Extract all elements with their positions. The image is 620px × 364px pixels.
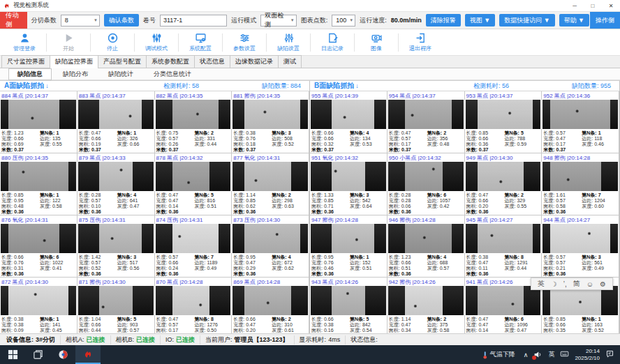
defect-cell[interactable]: 883 黑点 |20:14:37长度:0.47宽度:0.66面积:0.19米数:… [78, 91, 155, 153]
defect-image[interactable] [466, 286, 541, 315]
defect-cell[interactable]: 945 黑点 |20:14:27长度:0.38宽度:0.47面积:0.11米数:… [465, 215, 542, 278]
sub-tab-4[interactable]: 分类信息统计 [145, 68, 200, 80]
defect-image[interactable] [1, 286, 76, 315]
defect-image[interactable] [232, 162, 308, 191]
defect-cell[interactable]: 874 压伤 |20:14:31长度:0.57宽度:0.66面积:0.24米数:… [155, 215, 232, 278]
main-tab-4[interactable]: 系统参数配置 [146, 55, 195, 68]
data-quick-access-button[interactable]: 数据快捷访问 ▼ [499, 14, 554, 26]
defect-cell[interactable]: 871 擦伤 |20:14:30长度:1.04宽度:0.66面积:0.44米数:… [78, 278, 155, 333]
maximize-button[interactable]: □ [584, 1, 602, 11]
defect-image[interactable] [78, 224, 154, 253]
defect-settings-button[interactable]: 缺陷设置 [270, 30, 307, 55]
sub-tab-1[interactable]: 缺陷信息 [8, 68, 52, 80]
defect-cell[interactable]: 875 压伤 |20:14:31长度:1.42宽度:0.57面积:0.52米数:… [78, 215, 155, 278]
defect-cell[interactable]: 944 黑点 |20:14:27长度:0.57宽度:0.57面积:0.21米数:… [542, 215, 619, 278]
touch-keyboard-icon[interactable] [560, 349, 569, 360]
defect-cell[interactable]: 869 黑点 |20:14:28长度:0.66宽度:0.47面积:0.20米数:… [232, 278, 309, 333]
defect-image[interactable] [232, 286, 308, 315]
defect-image[interactable] [1, 100, 76, 129]
ime-punctuation-toggle[interactable]: ’, [563, 280, 567, 288]
defect-cell[interactable]: 942 擦伤 |20:14:26长度:1.14宽度:0.47面积:0.34米数:… [388, 278, 465, 333]
main-tab-7[interactable]: 测试 [278, 55, 302, 68]
defect-image[interactable] [311, 162, 386, 191]
clock[interactable]: 20:14 2025/2/10 [575, 348, 600, 361]
defect-image[interactable] [542, 224, 618, 253]
sub-tab-2[interactable]: 缺陷分布 [54, 68, 97, 80]
ime-mode-indicator[interactable]: 英 [548, 350, 554, 359]
task-view-button[interactable] [25, 345, 50, 364]
run-mode-select[interactable]: 双面检测 ▼ [260, 15, 296, 26]
defect-image[interactable] [156, 162, 231, 191]
defect-image[interactable] [232, 224, 308, 253]
defect-cell[interactable]: 881 擦伤 |20:14:35长度:0.38宽度:0.76面积:0.18米数:… [232, 91, 309, 153]
ime-emoji-icon[interactable]: ☺ [586, 280, 593, 288]
main-tab-2[interactable]: 缺陷监控界面 [50, 55, 98, 68]
defect-image[interactable] [311, 286, 386, 315]
stop-button[interactable]: 停止 [94, 30, 131, 55]
defect-image[interactable] [1, 162, 76, 191]
main-tab-6[interactable]: 边缘数据记录 [230, 55, 279, 68]
defect-image[interactable] [311, 224, 386, 253]
chart-points-select[interactable]: 100 ▼ [332, 15, 355, 26]
image-button[interactable]: 图像 [357, 30, 395, 55]
close-button[interactable]: ✕ [602, 1, 620, 11]
confirm-strip-count-button[interactable]: 确认条数 [104, 14, 139, 26]
defect-image[interactable] [78, 286, 154, 315]
defect-cell[interactable]: 876 氧化 |20:14:31长度:0.66宽度:0.76面积:0.31米数:… [0, 215, 78, 278]
defect-cell[interactable]: 884 黑点 |20:14:37长度:1.23宽度:0.66面积:0.69米数:… [0, 91, 78, 153]
sub-tab-3[interactable]: 缺陷统计 [99, 68, 142, 80]
defect-cell[interactable]: 952 黑点 |20:14:36长度:0.57宽度:0.47面积:0.17米数:… [542, 91, 619, 153]
sort-desc-icon[interactable]: ↓ [45, 82, 49, 89]
defect-image[interactable] [78, 100, 154, 129]
defect-image[interactable] [156, 224, 231, 253]
defect-image[interactable] [1, 224, 76, 253]
ime-simplified-toggle[interactable]: 简 [573, 279, 580, 289]
operator-side-button[interactable]: 操作侧 [590, 12, 620, 29]
sort-desc-icon[interactable]: ↓ [355, 82, 359, 89]
drive-side-badge[interactable]: 传动侧 [0, 12, 27, 29]
ime-settings-gear-icon[interactable]: ⚙ [600, 280, 606, 288]
defect-cell[interactable]: 873 压伤 |20:14:30长度:0.95宽度:0.47面积:0.29米数:… [232, 215, 309, 278]
admin-login-button[interactable]: 管理登录 [6, 30, 43, 55]
defect-image[interactable] [78, 162, 154, 191]
defect-image[interactable] [388, 224, 464, 253]
defect-image[interactable] [388, 100, 464, 129]
defect-image[interactable] [388, 286, 464, 315]
defect-cell[interactable]: 951 氧化 |20:14:32长度:1.33宽度:0.85面积:0.71米数:… [310, 153, 388, 215]
log-record-button[interactable]: 日志记录 [313, 30, 351, 55]
defect-image[interactable] [232, 100, 308, 129]
defect-cell[interactable]: 955 黑点 |20:14:39长度:0.66宽度:0.66面积:0.32米数:… [310, 91, 388, 153]
start-button[interactable] [0, 345, 25, 364]
defect-cell[interactable]: 946 擦伤 |20:14:28长度:1.23宽度:0.66面积:0.51米数:… [388, 215, 465, 278]
view-menu-button[interactable]: 视图 ▼ [465, 14, 495, 26]
defect-image[interactable] [311, 100, 386, 129]
param-settings-button[interactable]: 参数设置 [226, 30, 263, 55]
clear-alarm-button[interactable]: 清除报警 [426, 14, 461, 26]
defect-image[interactable] [542, 286, 618, 315]
defect-cell[interactable]: 947 擦伤 |20:14:28长度:0.95宽度:0.76面积:0.46米数:… [310, 215, 388, 278]
strip-count-select[interactable]: 8 ▼ [61, 15, 100, 26]
defect-cell[interactable]: 954 黑点 |20:14:37长度:0.47宽度:0.57面积:0.17米数:… [388, 91, 465, 153]
defect-image[interactable] [466, 162, 541, 191]
weather-tray-item[interactable]: 气温下降 [479, 350, 518, 360]
defect-image[interactable] [156, 286, 231, 315]
help-menu-button[interactable]: 帮助 ▼ [559, 14, 589, 26]
defect-cell[interactable]: 880 压伤 |20:14:35长度:0.85宽度:0.95面积:0.48米数:… [0, 153, 78, 215]
defect-image[interactable] [466, 224, 541, 253]
main-tab-5[interactable]: 状态信息 [194, 55, 230, 68]
ime-fullwidth-moon-icon[interactable]: ☽ [551, 280, 557, 288]
defect-cell[interactable]: 948 擦伤 |20:14:28长度:1.61宽度:0.57面积:0.58米数:… [542, 153, 619, 215]
defect-cell[interactable]: 953 黑点 |20:14:37长度:0.85宽度:0.66面积:0.36米数:… [465, 91, 542, 153]
debug-mode-button[interactable]: 调试模式 [138, 30, 175, 55]
defect-image[interactable] [466, 100, 541, 129]
defect-cell[interactable]: 943 黑点 |20:14:26长度:0.66宽度:0.38面积:0.16米数:… [310, 278, 388, 333]
tray-overflow-chevron[interactable]: ∧ [524, 351, 529, 358]
defect-image[interactable] [542, 100, 618, 129]
defect-cell[interactable]: 870 黑点 |20:14:28长度:0.47宽度:0.57面积:0.17米数:… [155, 278, 232, 333]
main-tab-1[interactable]: 尺寸监控界面 [1, 55, 50, 68]
defect-cell[interactable]: 872 黑点 |20:14:30长度:0.38宽度:0.38面积:0.09米数:… [0, 278, 78, 333]
defect-image[interactable] [542, 162, 618, 191]
action-center-icon[interactable] [605, 349, 614, 360]
exit-program-button[interactable]: 退出程序 [401, 30, 439, 55]
taskbar-app-media-icon[interactable] [50, 345, 75, 364]
